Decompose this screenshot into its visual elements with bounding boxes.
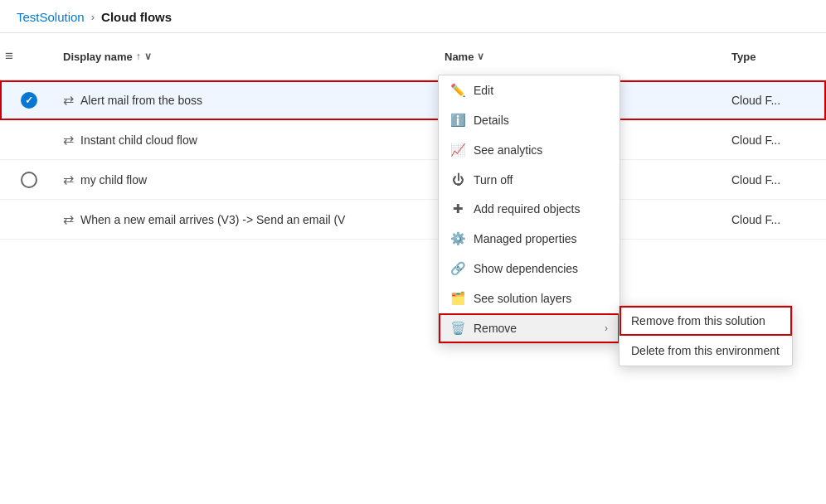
menu-analytics-label: See analytics bbox=[474, 143, 542, 157]
row3-display-name-cell: ⇄ my child flow bbox=[58, 165, 440, 194]
context-menu: ✏️ Edit ℹ️ Details 📈 See analytics ⏻ Tur… bbox=[438, 75, 620, 344]
breadcrumb-parent[interactable]: TestSolution bbox=[17, 10, 85, 24]
table-row: ⇄ my child flow Cloud F... bbox=[0, 160, 826, 200]
row1-display-name-cell: ⇄ Alert mail from the boss bbox=[58, 85, 440, 114]
row2-type-cell: Cloud F... bbox=[726, 127, 826, 153]
menu-turnoff-label: Turn off bbox=[474, 173, 513, 187]
submenu-delete-env-label: Delete from this environment bbox=[631, 344, 780, 357]
menu-item-details[interactable]: ℹ️ Details bbox=[439, 105, 620, 135]
submenu: Remove from this solution Delete from th… bbox=[619, 305, 793, 366]
breadcrumb-current: Cloud flows bbox=[101, 10, 172, 24]
row1-type-cell: Cloud F... bbox=[726, 87, 826, 114]
check-icon: ✓ bbox=[25, 94, 33, 106]
submenu-remove-solution-label: Remove from this solution bbox=[631, 314, 765, 327]
cloud-flows-table: ≡ Display name ↑ ∨ Name ∨ Type ✓ ⇄ Alert… bbox=[0, 33, 826, 240]
menu-edit-label: Edit bbox=[474, 84, 493, 97]
row4-type: Cloud F... bbox=[731, 213, 780, 226]
col-select: ≡ bbox=[0, 41, 58, 71]
flow-icon: ⇄ bbox=[63, 211, 74, 227]
row4-display-name: When a new email arrives (V3) -> Send an… bbox=[80, 213, 345, 226]
flow-icon: ⇄ bbox=[63, 172, 74, 187]
plus-icon: ✚ bbox=[450, 201, 465, 216]
chart-icon: 📈 bbox=[450, 143, 465, 158]
col-display-name[interactable]: Display name ↑ ∨ bbox=[58, 41, 440, 71]
table-header: ≡ Display name ↑ ∨ Name ∨ Type bbox=[0, 33, 826, 80]
sort-asc-icon: ↑ bbox=[136, 51, 141, 62]
trash-icon: 🗑️ bbox=[450, 321, 465, 336]
menu-dependencies-label: Show dependencies bbox=[474, 262, 578, 275]
table-row: ⇄ When a new email arrives (V3) -> Send … bbox=[0, 200, 826, 240]
submenu-item-remove-solution[interactable]: Remove from this solution bbox=[620, 306, 792, 336]
chevron-right-icon: › bbox=[605, 322, 608, 334]
row2-display-name-cell: ⇄ Instant child cloud flow bbox=[58, 125, 440, 154]
row3-type-cell: Cloud F... bbox=[726, 167, 826, 193]
gear-icon: ⚙️ bbox=[450, 231, 465, 246]
checkbox-checked-icon: ✓ bbox=[21, 92, 37, 109]
menu-solution-layers-label: See solution layers bbox=[474, 292, 571, 305]
table-row: ✓ ⇄ Alert mail from the boss ⋮ Alert mai… bbox=[0, 80, 826, 120]
info-icon: ℹ️ bbox=[450, 113, 465, 128]
power-icon: ⏻ bbox=[450, 172, 465, 187]
row3-type: Cloud F... bbox=[731, 173, 780, 187]
breadcrumb: TestSolution › Cloud flows bbox=[0, 0, 826, 33]
menu-item-solution-layers[interactable]: 🗂️ See solution layers bbox=[439, 284, 620, 313]
row1-type: Cloud F... bbox=[731, 94, 780, 107]
menu-item-analytics[interactable]: 📈 See analytics bbox=[439, 135, 620, 165]
menu-item-turnoff[interactable]: ⏻ Turn off bbox=[439, 165, 620, 194]
menu-item-add-objects[interactable]: ✚ Add required objects bbox=[439, 194, 620, 224]
row4-display-name-cell: ⇄ When a new email arrives (V3) -> Send … bbox=[58, 205, 440, 234]
list-icon: ≡ bbox=[5, 48, 13, 65]
flow-icon: ⇄ bbox=[63, 132, 74, 148]
col-name-sort-icon: ∨ bbox=[477, 51, 484, 62]
col-display-name-label: Display name bbox=[63, 51, 133, 63]
menu-managed-label: Managed properties bbox=[474, 232, 577, 245]
breadcrumb-separator: › bbox=[91, 11, 95, 23]
flow-icon: ⇄ bbox=[63, 92, 74, 108]
row4-type-cell: Cloud F... bbox=[726, 206, 826, 233]
menu-item-remove[interactable]: 🗑️ Remove › bbox=[439, 313, 620, 343]
col-type: Type bbox=[726, 41, 826, 71]
row2-type: Cloud F... bbox=[731, 133, 780, 147]
row2-display-name: Instant child cloud flow bbox=[80, 133, 197, 147]
submenu-item-delete-env[interactable]: Delete from this environment bbox=[620, 336, 792, 366]
sort-down-icon: ∨ bbox=[144, 51, 152, 62]
menu-remove-label: Remove bbox=[474, 322, 517, 335]
pencil-icon: ✏️ bbox=[450, 83, 465, 98]
row1-display-name: Alert mail from the boss bbox=[80, 94, 202, 107]
hierarchy-icon: 🔗 bbox=[450, 261, 465, 276]
row3-checkbox[interactable] bbox=[0, 172, 58, 188]
menu-item-dependencies[interactable]: 🔗 Show dependencies bbox=[439, 254, 620, 284]
radio-button bbox=[21, 172, 37, 188]
menu-item-managed[interactable]: ⚙️ Managed properties bbox=[439, 224, 620, 254]
table-row: ⇄ Instant child cloud flow Cloud F... bbox=[0, 120, 826, 160]
col-name-label: Name bbox=[445, 51, 474, 63]
row3-display-name: my child flow bbox=[80, 173, 147, 187]
menu-item-edit[interactable]: ✏️ Edit bbox=[439, 75, 620, 105]
layers-icon: 🗂️ bbox=[450, 291, 465, 306]
col-name[interactable]: Name ∨ bbox=[440, 41, 726, 71]
menu-details-label: Details bbox=[474, 114, 509, 127]
col-type-label: Type bbox=[731, 51, 756, 63]
menu-add-objects-label: Add required objects bbox=[474, 202, 580, 216]
row1-checkbox[interactable]: ✓ bbox=[0, 92, 58, 109]
